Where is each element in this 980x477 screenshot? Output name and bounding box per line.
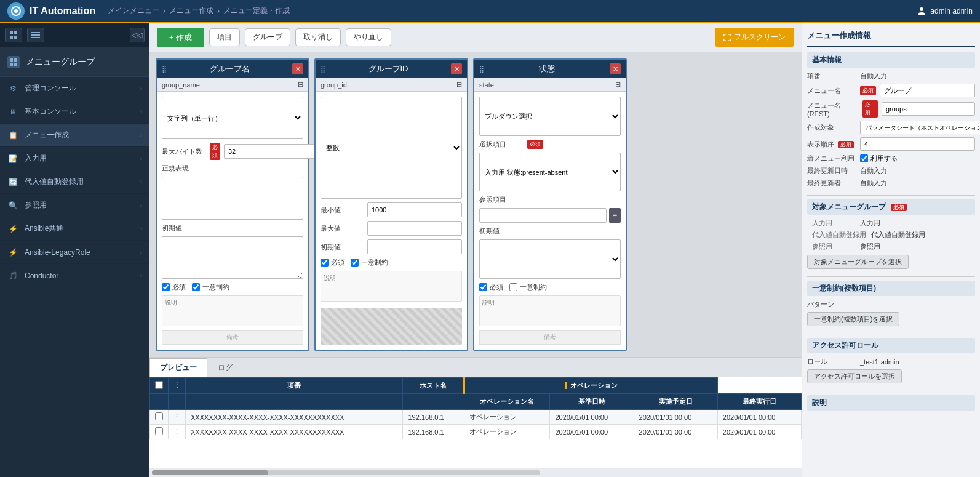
sidebar-grid-btn[interactable] (5, 28, 22, 42)
sidebar-item-ref[interactable]: 🔍 参照用 › (0, 194, 149, 217)
max-bytes-input[interactable] (224, 144, 317, 159)
ref-val: 参照用 (860, 242, 880, 251)
sidebar-label-input: 入力用 (25, 153, 134, 164)
ansible-icon: ⚡ (7, 223, 18, 234)
role-value: _test1-admin (860, 358, 975, 366)
unique-checkbox-label-2[interactable]: 一意制約 (351, 258, 388, 267)
unique-checkbox-2[interactable] (351, 259, 359, 267)
submenu-checkbox[interactable] (860, 154, 868, 162)
field-type-select-3[interactable]: プルダウン選択 (479, 97, 621, 136)
unique-checkbox-1[interactable] (192, 283, 200, 291)
unique-checkbox-label-3[interactable]: 一意制約 (509, 283, 547, 292)
svg-point-1 (14, 9, 18, 13)
ref-area-1: 備考 (162, 330, 303, 345)
initial-label-3: 初期値 (479, 226, 522, 236)
regex-row: 正規表現 (162, 164, 303, 173)
field-card-subheader-3: state ⊟ (474, 78, 626, 92)
required-checkbox-1[interactable] (162, 283, 170, 291)
target-select[interactable]: パラメータシート（ホストオペレーションを (860, 121, 980, 134)
field-type-select-2[interactable]: 整数 (321, 97, 462, 199)
row-checkbox-2[interactable] (155, 427, 163, 435)
menu-name-rest-label: メニュー名(REST) (807, 101, 859, 118)
submenu-checkbox-label[interactable]: 利用する (860, 154, 898, 163)
field-type-select-1[interactable]: 文字列（単一行） (162, 97, 303, 139)
drag-handle-3[interactable]: ⣿ (479, 65, 484, 73)
order-required: 必須 (838, 141, 854, 148)
regex-input[interactable] (162, 177, 303, 219)
builder-area: ⣿ グループ名 ✕ group_name ⊟ 文字列（単一行） 最大バイト数 (149, 52, 802, 477)
group-button[interactable]: グループ (245, 28, 290, 46)
initial-input-2[interactable] (367, 239, 462, 254)
sidebar-item-ansible-legacy[interactable]: ⚡ Ansible-LegacyRole › (0, 241, 149, 264)
sidebar-list-btn[interactable] (27, 28, 44, 42)
preview-table-body: ⋮ XXXXXXXX-XXXX-XXXX-XXXX-XXXXXXXXXXXX 1… (150, 410, 802, 439)
sidebar-collapse-btn[interactable]: ◁◁ (130, 28, 145, 42)
item-button[interactable]: 項目 (209, 28, 240, 46)
max-bytes-label: 最大バイト数 (162, 147, 205, 156)
field-card-state: ⣿ 状態 ✕ state ⊟ プルダウン選択 選択項目 (473, 58, 627, 351)
scrollbar-track[interactable] (152, 470, 540, 475)
required-checkbox-label-1[interactable]: 必須 (162, 283, 186, 292)
tab-log[interactable]: ログ (207, 358, 243, 377)
min-input[interactable] (367, 202, 462, 217)
access-roles-select-button[interactable]: アクセス許可ロールを選択 (807, 369, 902, 383)
required-checkbox-3[interactable] (479, 283, 487, 291)
order-input[interactable] (860, 137, 975, 151)
svg-rect-14 (14, 63, 17, 66)
last-updated-label: 最終更新日時 (807, 166, 856, 175)
choices-select-3[interactable]: 入力用:状態:present-absent (479, 153, 621, 192)
drag-handle-2[interactable]: ⣿ (321, 65, 325, 73)
fullscreen-icon (723, 34, 731, 41)
initial-select-3[interactable] (479, 239, 621, 279)
close-card-1-button[interactable]: ✕ (292, 63, 303, 74)
unique-checkbox-3[interactable] (509, 283, 517, 291)
horizontal-scrollbar[interactable] (149, 468, 802, 477)
ref-items-btn-3[interactable]: ≡ (609, 208, 621, 223)
desc-textarea-3[interactable] (479, 295, 621, 326)
menu-name-rest-input[interactable] (882, 102, 975, 116)
desc-textarea-2[interactable] (321, 271, 462, 302)
th-item-no: 項番 (186, 378, 403, 394)
conductor-icon: 🎵 (7, 270, 18, 281)
select-all-checkbox[interactable] (155, 381, 163, 389)
sidebar-item-conductor[interactable]: 🎵 Conductor › (0, 264, 149, 287)
menu-name-required: 必須 (860, 86, 876, 95)
scrollbar-thumb[interactable] (152, 470, 268, 475)
column-name-1: group_name (162, 81, 200, 89)
ref-items-input-3[interactable] (479, 208, 607, 223)
sidebar-item-ansible[interactable]: ⚡ Ansible共通 › (0, 217, 149, 241)
sidebar-item-menu-create[interactable]: 📋 メニュー作成 › (0, 124, 149, 147)
close-card-2-button[interactable]: ✕ (451, 63, 462, 74)
cancel-button[interactable]: 取り消し (295, 28, 341, 46)
tab-preview[interactable]: プレビュー (149, 358, 207, 377)
required-checkbox-2[interactable] (321, 259, 329, 267)
sidebar-menu-header: メニューグループ (0, 47, 149, 77)
menu-name-input[interactable] (880, 84, 975, 97)
input-key: 入力用 (812, 218, 855, 228)
td-id-1: XXXXXXXX-XXXX-XXXX-XXXX-XXXXXXXXXXXX (186, 410, 403, 425)
td-last-1: 2020/01/01 00:00 (717, 410, 801, 425)
required-checkbox-label-2[interactable]: 必須 (321, 258, 345, 267)
initial-textarea-1[interactable] (162, 236, 303, 279)
main-layout: ◁◁ メニューグループ ⚙ 管理コンソール › 🖥 基本コンソール › (0, 23, 980, 477)
target-label: 作成対象 (807, 123, 856, 132)
menu-name-rest-required: 必須 (862, 100, 878, 118)
close-card-3-button[interactable]: ✕ (610, 63, 621, 74)
create-button[interactable]: + 作成 (157, 28, 204, 47)
breadcrumb-item-2: メニュー作成 (169, 6, 213, 16)
field-card-body-2: 整数 最小値 最大値 初期値 (316, 92, 467, 350)
unique-constraint-select-button[interactable]: 一意制約(複数項目)を選択 (807, 312, 899, 326)
max-input[interactable] (367, 221, 462, 236)
sidebar-item-auto-reg[interactable]: 🔄 代入値自動登録用 › (0, 170, 149, 194)
desc-textarea-1[interactable] (162, 295, 303, 326)
required-checkbox-label-3[interactable]: 必須 (479, 283, 503, 292)
sidebar-item-base-console[interactable]: 🖥 基本コンソール › (0, 100, 149, 124)
redo-button[interactable]: やり直し (346, 28, 391, 46)
fullscreen-button[interactable]: フルスクリーン (715, 28, 794, 47)
target-menu-group-select-button[interactable]: 対象メニューグループを選択 (807, 255, 909, 269)
row-checkbox-1[interactable] (155, 412, 163, 420)
unique-checkbox-label-1[interactable]: 一意制約 (192, 283, 229, 292)
drag-handle-1[interactable]: ⣿ (162, 65, 167, 73)
sidebar-item-input[interactable]: 📝 入力用 › (0, 147, 149, 170)
sidebar-item-admin-console[interactable]: ⚙ 管理コンソール › (0, 77, 149, 100)
